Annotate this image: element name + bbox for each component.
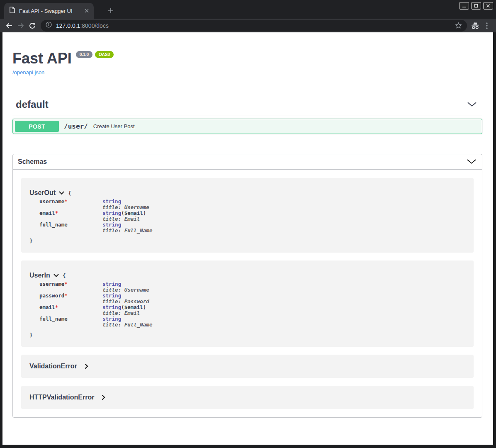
model-toggle[interactable]: UserIn{ [29,272,465,279]
browser-titlebar: Fast API - Swagger UI [0,0,496,19]
site-info-icon[interactable] [46,22,52,29]
close-brace: } [29,238,33,244]
operation-path: /user/ [64,122,88,130]
property-row: email*string($email)title: Email [39,304,465,316]
operation-summary: Create User Post [93,123,135,129]
property-title: title: Username [102,287,149,293]
openapi-spec-link[interactable]: /openapi.json [12,69,44,75]
chevron-down-icon[interactable] [59,191,64,195]
model-name: UserOut [29,189,56,197]
property-title: title: Email [102,216,146,222]
property-value: stringtitle: Password [102,293,149,304]
required-marker: * [64,198,68,205]
required-marker: * [64,281,68,287]
browser-toolbar: 127.0.0.1:8000/docs [0,19,496,32]
schemas-header[interactable]: Schemas [13,154,482,170]
model-toggle[interactable]: UserOut{ [29,189,465,197]
required-marker: * [64,292,68,299]
reload-icon[interactable] [27,20,38,32]
model-name: ValidationError [29,363,77,370]
swagger-ui: Fast API0.1.0OAS3 /openapi.json default … [2,32,493,418]
page-favicon-icon [10,7,15,15]
schemas-section: Schemas UserOut{username*stringtitle: Us… [12,154,482,418]
property-type: string [102,292,121,299]
property-name: username* [39,199,102,210]
property-title: title: Email [102,310,146,316]
property-type: string [102,316,121,322]
property-name: username* [39,281,102,293]
property-type: string [102,304,121,310]
property-value: stringtitle: Username [102,281,149,293]
open-brace: { [68,190,71,196]
model-toggle[interactable]: HTTPValidationError [29,394,465,401]
property-name: password* [39,293,102,304]
version-badge: 0.1.0 [76,51,92,58]
api-title: Fast API [12,50,72,67]
opblock-post-user[interactable]: POST /user/ Create User Post [12,119,482,134]
minimize-button[interactable] [459,2,469,10]
model-properties: username*stringtitle: Usernameemail*stri… [39,199,465,234]
property-name: email* [39,304,102,316]
close-brace: } [29,332,33,338]
model-card: HTTPValidationError [21,386,474,409]
forward-icon[interactable] [15,20,27,32]
back-icon[interactable] [3,20,15,32]
property-row: username*stringtitle: Username [39,199,465,210]
required-marker: * [55,304,58,310]
chevron-right-icon[interactable] [85,363,88,369]
model-name: UserIn [29,272,50,279]
property-type: string [102,281,121,287]
property-type: string [102,198,121,205]
property-type: string [102,210,121,216]
maximize-button[interactable] [471,2,481,10]
tab-close-icon[interactable] [83,7,90,15]
model-card: ValidationError [21,355,474,378]
model-card: UserOut{username*stringtitle: Usernameem… [21,178,474,253]
bookmark-star-icon[interactable] [455,22,462,29]
incognito-icon[interactable] [469,20,481,32]
url-text: 127.0.0.1:8000/docs [56,22,109,29]
chevron-down-icon[interactable] [53,274,59,277]
tab-title: Fast API - Swagger UI [19,8,80,14]
property-name: full_name [39,316,102,328]
chevron-right-icon[interactable] [102,394,105,400]
property-row: username*stringtitle: Username [39,281,465,293]
url-bar[interactable]: 127.0.0.1:8000/docs [41,20,467,32]
chevron-down-icon[interactable] [467,158,476,166]
property-value: stringtitle: Full_Name [102,222,152,234]
schemas-heading: Schemas [18,158,47,166]
model-toggle[interactable]: ValidationError [29,363,465,370]
browser-tab[interactable]: Fast API - Swagger UI [4,3,94,19]
close-button[interactable] [483,2,493,10]
model-properties: username*stringtitle: Usernamepassword*s… [39,281,465,328]
model-card: UserIn{username*stringtitle: Usernamepas… [21,261,474,347]
method-badge: POST [15,121,59,132]
property-value: stringtitle: Full_Name [102,316,152,328]
property-title: title: Full_Name [102,322,152,328]
new-tab-icon[interactable] [105,6,116,16]
property-format: ($email) [121,210,146,216]
property-row: email*string($email)title: Email [39,210,465,222]
property-row: full_namestringtitle: Full_Name [39,316,465,328]
property-value: string($email)title: Email [102,304,146,316]
window-controls [459,2,493,10]
property-format: ($email) [121,304,146,310]
open-brace: { [63,273,66,279]
property-name: full_name [39,222,102,234]
required-marker: * [55,210,58,216]
property-title: title: Username [102,205,149,210]
property-title: title: Password [102,299,149,304]
model-name: HTTPValidationError [29,394,94,401]
tag-header[interactable]: default [12,99,482,110]
menu-icon[interactable] [481,20,493,32]
chevron-down-icon[interactable] [467,101,477,108]
oas3-badge: OAS3 [95,51,114,58]
api-info: Fast API0.1.0OAS3 /openapi.json [12,50,482,76]
property-type: string [102,222,121,228]
property-row: full_namestringtitle: Full_Name [39,222,465,234]
property-name: email* [39,210,102,222]
tag-divider [12,115,482,115]
property-value: stringtitle: Username [102,199,149,210]
property-title: title: Full_Name [102,228,152,234]
property-row: password*stringtitle: Password [39,293,465,304]
